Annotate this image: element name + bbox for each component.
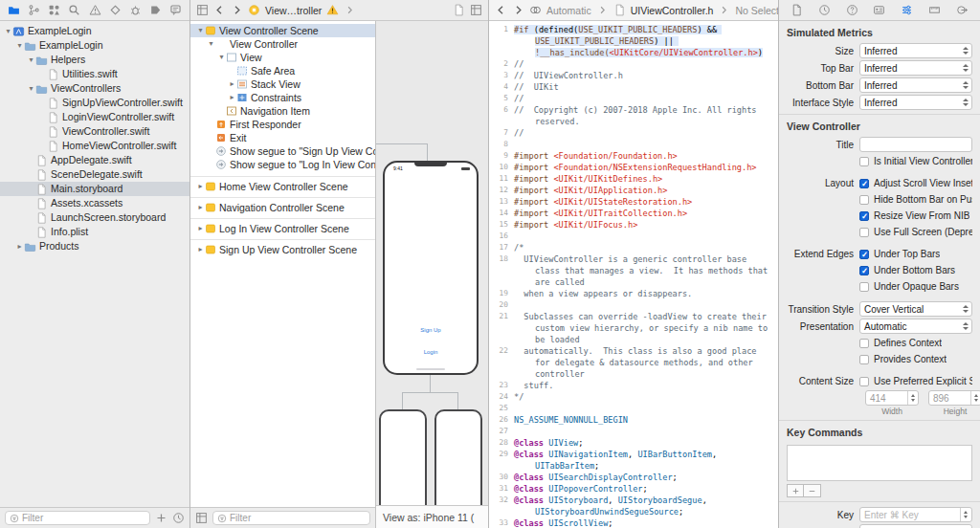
code-line[interactable]: 9#import <Foundation/Foundation.h> bbox=[489, 150, 778, 162]
code-line[interactable]: 28@class UIView; bbox=[489, 437, 778, 449]
outline-item[interactable]: Safe Area bbox=[190, 64, 375, 77]
outline-item[interactable]: First Responder bbox=[190, 118, 375, 131]
height-field[interactable]: 896 bbox=[928, 390, 980, 406]
disclosure-closed-icon[interactable]: ▸ bbox=[228, 77, 236, 91]
add-file-icon[interactable] bbox=[155, 512, 167, 524]
code-line[interactable]: 14#import <UIKit/UITraitCollection.h> bbox=[489, 208, 778, 219]
device-configuration-bar[interactable]: View as: iPhone 11 ( bbox=[376, 505, 488, 528]
provides-context-checkbox[interactable] bbox=[859, 355, 869, 364]
code-line[interactable]: 29@class UINavigationItem, UIBarButtonIt… bbox=[489, 449, 778, 472]
title-field[interactable] bbox=[859, 137, 972, 152]
file-tree-item[interactable]: LaunchScreen.storyboard bbox=[0, 210, 189, 225]
back-icon[interactable] bbox=[495, 4, 507, 16]
width-field[interactable]: 414 bbox=[865, 390, 919, 406]
code-line[interactable]: 31@class UIPopoverController; bbox=[489, 483, 778, 495]
disclosure-open-icon[interactable]: ▾ bbox=[4, 24, 12, 38]
file-tree-item[interactable]: ▾ViewControllers bbox=[0, 81, 189, 96]
remove-key-command-button[interactable] bbox=[804, 484, 821, 497]
sign-up-button[interactable]: Sign Up bbox=[385, 327, 477, 333]
code-line[interactable]: 27 bbox=[489, 426, 778, 437]
source-control-navigator-icon[interactable] bbox=[28, 4, 40, 16]
add-key-command-button[interactable] bbox=[787, 484, 804, 497]
code-line[interactable]: 32@class UIStoryboard, UIStoryboardSegue… bbox=[489, 495, 778, 517]
navigator-filter-field[interactable]: Filter bbox=[5, 511, 150, 525]
top-bar-dropdown[interactable]: Inferred bbox=[859, 60, 972, 76]
history-inspector-tab-icon[interactable] bbox=[818, 4, 831, 16]
project-navigator-icon[interactable] bbox=[8, 4, 20, 16]
code-line[interactable]: 25 bbox=[489, 403, 778, 414]
code-line[interactable]: 23 stuff. bbox=[489, 380, 778, 391]
code-line[interactable]: 7// bbox=[489, 127, 778, 139]
file-tree-item[interactable]: HomeViewController.swift bbox=[0, 139, 189, 153]
defines-context-checkbox[interactable] bbox=[859, 339, 869, 348]
presentation-dropdown[interactable]: Automatic bbox=[859, 319, 972, 334]
disclosure-closed-icon[interactable]: ▸ bbox=[196, 222, 205, 235]
under-opaque-bars-checkbox[interactable] bbox=[859, 282, 869, 292]
recent-files-icon[interactable] bbox=[172, 512, 185, 524]
quick-help-inspector-tab-icon[interactable] bbox=[846, 4, 858, 16]
file-tree-item[interactable]: Utilities.swift bbox=[0, 67, 189, 81]
code-line[interactable]: 2// bbox=[489, 58, 778, 70]
forward-icon[interactable] bbox=[231, 4, 243, 16]
code-line[interactable]: 3// UIViewController.h bbox=[489, 70, 778, 81]
debug-navigator-icon[interactable] bbox=[129, 4, 142, 16]
disclosure-open-icon[interactable]: ▾ bbox=[207, 37, 215, 51]
document-outline-toggle-icon[interactable] bbox=[196, 4, 209, 16]
use-preferred-explicit-size-checkbox[interactable] bbox=[859, 377, 869, 386]
file-tree-item[interactable]: Main.storyboard bbox=[0, 182, 189, 196]
code-area[interactable]: 1#if (defined(USE_UIKIT_PUBLIC_HEADERS) … bbox=[489, 21, 778, 528]
use-full-screen-deprecated-checkbox[interactable] bbox=[859, 228, 869, 237]
code-line[interactable]: 8 bbox=[489, 139, 778, 150]
forward-icon[interactable] bbox=[512, 4, 524, 16]
outline-item[interactable]: Exit bbox=[190, 131, 375, 144]
selector-field[interactable]: action bbox=[859, 524, 972, 528]
file-tree-item[interactable]: ▾ExampleLogin bbox=[0, 38, 189, 53]
code-line[interactable]: 12#import <UIKit/UIApplication.h> bbox=[489, 185, 778, 196]
file-tree-item[interactable]: ▾Helpers bbox=[0, 53, 189, 67]
jump-bar-file[interactable]: UIViewController.h bbox=[631, 5, 714, 16]
code-line[interactable]: 1#if (defined(USE_UIKIT_PUBLIC_HEADERS) … bbox=[489, 24, 778, 58]
outline-item[interactable]: Show segue to "Log In View Cont…" bbox=[190, 158, 375, 171]
code-line[interactable]: 24*/ bbox=[489, 391, 778, 403]
outline-item[interactable]: ▾View bbox=[190, 51, 375, 64]
related-items-icon[interactable] bbox=[453, 4, 465, 16]
login-button[interactable]: Login bbox=[385, 349, 477, 355]
code-line[interactable]: 30@class UISearchDisplayController; bbox=[489, 472, 778, 483]
interface-style-dropdown[interactable]: Inferred bbox=[859, 95, 972, 110]
editor-options-icon[interactable] bbox=[470, 4, 482, 16]
code-line[interactable]: 22 automatically. This class is also a g… bbox=[489, 345, 778, 380]
disclosure-closed-icon[interactable]: ▸ bbox=[196, 243, 205, 256]
bottom-bar-dropdown[interactable]: Inferred bbox=[859, 77, 972, 93]
under-top-bars-checkbox[interactable] bbox=[859, 250, 869, 259]
file-tree-item[interactable]: Assets.xcassets bbox=[0, 196, 189, 210]
file-tree-item[interactable]: AppDelegate.swift bbox=[0, 153, 189, 167]
code-line[interactable]: 10#import <Foundation/NSExtensionRequest… bbox=[489, 162, 778, 173]
find-navigator-icon[interactable] bbox=[68, 4, 80, 16]
outline-item[interactable]: ▾View Controller bbox=[190, 37, 375, 51]
size-dropdown[interactable]: Inferred bbox=[859, 43, 972, 58]
key-field[interactable]: Enter ⌘ Key bbox=[859, 507, 972, 522]
transition-style-dropdown[interactable]: Cover Vertical bbox=[859, 301, 972, 317]
code-line[interactable]: 13#import <UIKit/UIStateRestoration.h> bbox=[489, 196, 778, 208]
outline-item[interactable]: Show segue to "Sign Up View Con…" bbox=[190, 144, 375, 158]
code-line[interactable]: 33@class UIScrollView; bbox=[489, 517, 778, 528]
disclosure-closed-icon[interactable]: ▸ bbox=[15, 239, 24, 253]
partial-device-preview[interactable] bbox=[434, 409, 482, 505]
partial-device-preview[interactable] bbox=[379, 409, 427, 505]
code-line[interactable]: 6// Copyright (c) 2007-2018 Apple Inc. A… bbox=[489, 104, 778, 127]
back-icon[interactable] bbox=[213, 4, 226, 16]
file-tree-item[interactable]: SceneDelegate.swift bbox=[0, 167, 189, 182]
key-commands-list[interactable] bbox=[787, 445, 972, 481]
resize-view-from-nib-checkbox[interactable] bbox=[859, 211, 869, 221]
disclosure-open-icon[interactable]: ▾ bbox=[27, 53, 35, 67]
stepper-icon[interactable] bbox=[907, 391, 918, 405]
code-line[interactable]: 5// bbox=[489, 93, 778, 104]
code-line[interactable]: 20 bbox=[489, 299, 778, 311]
file-tree-item[interactable]: ▸Products bbox=[0, 239, 189, 253]
connections-inspector-tab-icon[interactable] bbox=[956, 4, 969, 16]
adjust-scroll-view-insets-checkbox[interactable] bbox=[859, 179, 869, 188]
hide-outline-icon[interactable] bbox=[195, 512, 208, 524]
jump-bar-selection[interactable]: No Selection bbox=[735, 5, 778, 16]
code-line[interactable]: 19 when a view appears or disappears. bbox=[489, 288, 778, 299]
breadcrumb[interactable]: View…troller bbox=[265, 5, 322, 16]
